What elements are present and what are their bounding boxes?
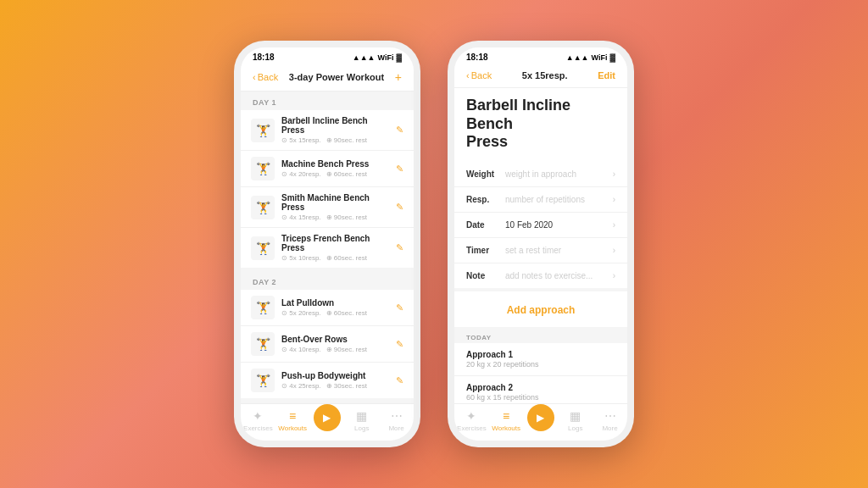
exercise-info-5: Lat Pulldown ⊙ 5x 20resp. ⊕ 60sec. rest (281, 298, 389, 317)
day2-label: DAY 2 (241, 271, 414, 290)
edit-icon-3[interactable]: ✎ (396, 202, 403, 213)
exercise-item-pushup[interactable]: 🏋 Push-up Bodyweight ⊙ 4x 25resp. ⊕ 30se… (241, 363, 414, 398)
logs-icon-2: ▦ (570, 409, 581, 423)
tab-more-label-2: More (602, 424, 617, 432)
wifi-icon-2: WiFi (592, 53, 608, 62)
nav-title-2: 5x 15resp. (522, 70, 568, 80)
tab-play-2[interactable]: ▶ (526, 411, 556, 431)
exercise-icon-2: 🏋 (251, 157, 275, 180)
weight-chevron: › (613, 169, 615, 179)
tab-more-1[interactable]: ⋯ More (381, 409, 412, 432)
edit-icon-5[interactable]: ✎ (396, 302, 403, 313)
edit-button-2[interactable]: Edit (598, 70, 615, 80)
battery-icon-1: ▓ (396, 53, 402, 62)
timer-chevron: › (613, 246, 615, 255)
edit-icon-1[interactable]: ✎ (396, 125, 403, 136)
tab-logs-2[interactable]: ▦ Logs (560, 409, 591, 432)
resp-row[interactable]: Resp. number of repetitions › (454, 187, 627, 213)
resp-value: number of repetitions (505, 195, 613, 204)
exercise-sets-2: ⊙ 4x 20resp. (281, 170, 321, 178)
timer-row[interactable]: Timer set a rest timer › (454, 238, 627, 263)
tab-more-2[interactable]: ⋯ More (595, 409, 626, 432)
tab-workouts-1[interactable]: ≡ Workouts (277, 409, 308, 432)
edit-icon-7[interactable]: ✎ (396, 375, 403, 386)
exercise-list-day2: 🏋 Lat Pulldown ⊙ 5x 20resp. ⊕ 60sec. res… (241, 290, 414, 398)
add-button-1[interactable]: + (395, 70, 402, 84)
exercise-name-5: Lat Pulldown (281, 298, 389, 308)
tab-exercises-2[interactable]: ✦ Exercises (456, 409, 487, 432)
exercise-info-4: Triceps French Bench Press ⊙ 5x 10resp. … (281, 234, 389, 262)
exercise-icon-7: 🏋 (251, 369, 275, 392)
date-row[interactable]: Date 10 Feb 2020 › (454, 213, 627, 238)
exercise-icon-4: 🏋 (251, 236, 275, 260)
exercise-rest-7: ⊕ 30sec. rest (326, 382, 367, 390)
tab-exercises-1[interactable]: ✦ Exercises (242, 409, 273, 432)
detail-title: Barbell Incline BenchPress (454, 88, 627, 162)
exercise-item-smith-machine[interactable]: 🏋 Smith Machine Bench Press ⊙ 4x 15resp.… (241, 187, 414, 228)
signal-icon-2: ▲▲▲ (566, 53, 589, 62)
nav-title-1: 3-day Power Workout (289, 72, 384, 82)
exercise-sets-5: ⊙ 5x 20resp. (281, 309, 321, 317)
exercise-meta-5: ⊙ 5x 20resp. ⊕ 60sec. rest (281, 309, 389, 317)
tab-workouts-2[interactable]: ≡ Workouts (491, 409, 521, 432)
exercise-sets-1: ⊙ 5x 15resp. (281, 136, 321, 144)
exercise-sets-7: ⊙ 4x 25resp. (281, 382, 321, 390)
date-label: Date (466, 220, 505, 230)
approach-name-2: Approach 2 (466, 383, 615, 392)
signal-icon-1: ▲▲▲ (353, 53, 376, 62)
exercise-meta-4: ⊙ 5x 10resp. ⊕ 60sec. rest (281, 254, 389, 262)
weight-row[interactable]: Weight weight in approach › (454, 162, 627, 187)
timer-label: Timer (466, 246, 505, 255)
approach-detail-1: 20 kg x 20 repetitions (466, 360, 615, 369)
back-button-2[interactable]: ‹ Back (466, 70, 492, 80)
exercise-name-4: Triceps French Bench Press (281, 234, 389, 252)
tab-exercises-label-2: Exercises (457, 424, 487, 432)
note-row[interactable]: Note add notes to exercise... › (454, 263, 627, 288)
note-label: Note (466, 271, 505, 280)
date-value: 10 Feb 2020 (505, 220, 613, 230)
workouts-icon-2: ≡ (503, 409, 509, 423)
exercise-item-triceps-french[interactable]: 🏋 Triceps French Bench Press ⊙ 5x 10resp… (241, 228, 414, 268)
exercise-item-bent-over-rows[interactable]: 🏋 Bent-Over Rows ⊙ 4x 10resp. ⊕ 90sec. r… (241, 326, 414, 363)
exercise-rest-3: ⊕ 90sec. rest (326, 214, 367, 221)
exercise-info-6: Bent-Over Rows ⊙ 4x 10resp. ⊕ 90sec. res… (281, 335, 389, 353)
approach-item-2[interactable]: Approach 2 60 kg x 15 repetitions (454, 376, 627, 403)
back-button-1[interactable]: ‹ Back (253, 72, 278, 82)
exercise-meta-1: ⊙ 5x 15resp. ⊕ 90sec. rest (281, 136, 389, 144)
tab-logs-label-1: Logs (354, 424, 369, 432)
exercise-meta-3: ⊙ 4x 15resp. ⊕ 90sec. rest (281, 214, 389, 221)
time-2: 18:18 (466, 53, 488, 62)
exercise-rest-1: ⊕ 90sec. rest (326, 136, 367, 144)
exercise-rest-6: ⊕ 90sec. rest (326, 346, 367, 353)
nav-bar-2: ‹ Back 5x 15resp. Edit (454, 65, 627, 88)
note-chevron: › (613, 271, 615, 280)
exercise-item-machine-bench[interactable]: 🏋 Machine Bench Press ⊙ 4x 20resp. ⊕ 60s… (241, 151, 414, 187)
exercise-rest-2: ⊕ 60sec. rest (326, 170, 367, 178)
edit-icon-6[interactable]: ✎ (396, 339, 403, 350)
approach-name-1: Approach 1 (466, 350, 615, 359)
tab-play-1[interactable]: ▶ (312, 411, 342, 431)
phone-2: 18:18 ▲▲▲ WiFi ▓ ‹ Back 5x 15resp. Edit … (448, 41, 634, 447)
exercises-icon-2: ✦ (466, 409, 476, 423)
tab-logs-1[interactable]: ▦ Logs (347, 409, 377, 432)
edit-icon-2[interactable]: ✎ (396, 164, 403, 175)
exercise-icon-5: 🏋 (251, 296, 275, 319)
edit-icon-4[interactable]: ✎ (396, 242, 403, 253)
note-value: add notes to exercise... (505, 271, 613, 280)
approach-item-1[interactable]: Approach 1 20 kg x 20 repetitions (454, 343, 627, 376)
play-button-1[interactable]: ▶ (314, 404, 341, 431)
battery-icon-2: ▓ (609, 53, 615, 62)
add-approach-button[interactable]: Add approach (454, 291, 627, 327)
exercise-info-2: Machine Bench Press ⊙ 4x 20resp. ⊕ 60sec… (281, 159, 389, 178)
status-icons-2: ▲▲▲ WiFi ▓ (566, 53, 615, 62)
play-button-2[interactable]: ▶ (527, 404, 554, 431)
resp-chevron: › (613, 195, 615, 204)
exercise-item-lat-pulldown[interactable]: 🏋 Lat Pulldown ⊙ 5x 20resp. ⊕ 60sec. res… (241, 290, 414, 326)
add-approach-label: Add approach (507, 304, 576, 316)
exercise-sets-4: ⊙ 5x 10resp. (281, 254, 321, 262)
back-label-1: Back (258, 72, 278, 82)
exercise-item-barbell-incline[interactable]: 🏋 Barbell Incline Bench Press ⊙ 5x 15res… (241, 110, 414, 151)
exercise-name-6: Bent-Over Rows (281, 335, 389, 344)
wifi-icon-1: WiFi (378, 53, 394, 62)
status-bar-1: 18:18 ▲▲▲ WiFi ▓ (241, 47, 414, 65)
